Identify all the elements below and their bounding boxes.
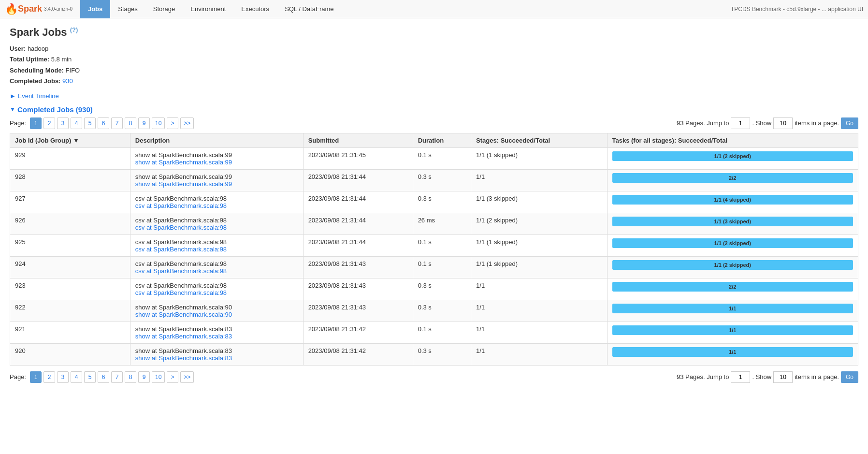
nav-tab-sql[interactable]: SQL / DataFrame bbox=[277, 0, 341, 18]
cell-submitted: 2023/09/08 21:31:43 bbox=[303, 278, 413, 300]
table-row: 928show at SparkBenchmark.scala:99show a… bbox=[10, 169, 858, 191]
cell-stages: 1/1 (1 skipped) bbox=[471, 147, 607, 169]
cell-job-id: 921 bbox=[10, 322, 130, 343]
bottom-pagination-right: 93 Pages. Jump to . Show items in a page… bbox=[677, 371, 858, 383]
bottom-page-9[interactable]: 9 bbox=[138, 371, 150, 383]
cell-submitted: 2023/09/08 21:31:44 bbox=[303, 191, 413, 213]
cell-duration: 0.1 s bbox=[413, 256, 471, 278]
scheduling-value: FIFO bbox=[66, 67, 80, 74]
progress-label: 1/1 (3 skipped) bbox=[612, 217, 853, 226]
bottom-page-next[interactable]: > bbox=[167, 371, 178, 383]
cell-job-id: 928 bbox=[10, 169, 130, 191]
bottom-show-input[interactable] bbox=[773, 371, 793, 383]
cell-duration: 0.3 s bbox=[413, 300, 471, 322]
desc-main: csv at SparkBenchmark.scala:98 bbox=[135, 260, 298, 267]
desc-link[interactable]: csv at SparkBenchmark.scala:98 bbox=[135, 202, 227, 209]
completed-section-header[interactable]: ▼ Completed Jobs (930) bbox=[10, 105, 858, 114]
cell-job-id: 925 bbox=[10, 234, 130, 256]
completed-label: Completed Jobs: bbox=[10, 77, 60, 85]
top-pagination: Page: 1 2 3 4 5 6 7 8 9 10 > >> 93 Pages… bbox=[10, 117, 858, 129]
desc-link[interactable]: csv at SparkBenchmark.scala:98 bbox=[135, 246, 227, 253]
progress-label: 2/2 bbox=[612, 173, 853, 183]
bottom-page-2[interactable]: 2 bbox=[43, 371, 55, 383]
cell-tasks: 1/1 (3 skipped) bbox=[607, 213, 858, 234]
task-progress-bar: 1/1 bbox=[612, 347, 853, 357]
top-show-input[interactable] bbox=[773, 117, 793, 129]
desc-link[interactable]: show at SparkBenchmark.scala:90 bbox=[135, 311, 232, 318]
scheduling-label: Scheduling Mode: bbox=[10, 67, 64, 74]
event-timeline-label[interactable]: ► Event Timeline bbox=[10, 92, 59, 100]
col-job-id[interactable]: Job Id (Job Group) ▼ bbox=[10, 133, 130, 147]
top-page-6[interactable]: 6 bbox=[98, 117, 109, 129]
table-row: 923csv at SparkBenchmark.scala:98csv at … bbox=[10, 278, 858, 300]
top-page-8[interactable]: 8 bbox=[125, 117, 136, 129]
top-page-10[interactable]: 10 bbox=[152, 117, 165, 129]
completed-link[interactable]: 930 bbox=[62, 77, 73, 85]
event-timeline-toggle[interactable]: ► Event Timeline bbox=[10, 92, 858, 100]
desc-link[interactable]: csv at SparkBenchmark.scala:98 bbox=[135, 267, 227, 275]
cell-duration: 0.1 s bbox=[413, 322, 471, 343]
desc-link[interactable]: show at SparkBenchmark.scala:83 bbox=[135, 333, 232, 340]
cell-description: show at SparkBenchmark.scala:90show at S… bbox=[130, 300, 303, 322]
cell-submitted: 2023/09/08 21:31:42 bbox=[303, 322, 413, 343]
table-row: 925csv at SparkBenchmark.scala:98csv at … bbox=[10, 234, 858, 256]
desc-link[interactable]: csv at SparkBenchmark.scala:98 bbox=[135, 224, 227, 231]
bottom-items-label: items in a page. bbox=[795, 373, 839, 381]
cell-job-id: 920 bbox=[10, 343, 130, 365]
table-row: 926csv at SparkBenchmark.scala:98csv at … bbox=[10, 213, 858, 234]
scheduling-row: Scheduling Mode: FIFO bbox=[10, 65, 858, 76]
cell-stages: 1/1 bbox=[471, 300, 607, 322]
table-row: 929show at SparkBenchmark.scala:99show a… bbox=[10, 147, 858, 169]
top-page-4[interactable]: 4 bbox=[71, 117, 82, 129]
table-row: 922show at SparkBenchmark.scala:90show a… bbox=[10, 300, 858, 322]
nav-tab-stages[interactable]: Stages bbox=[110, 0, 145, 18]
bottom-page-3[interactable]: 3 bbox=[57, 371, 69, 383]
desc-link[interactable]: show at SparkBenchmark.scala:83 bbox=[135, 354, 232, 362]
bottom-jump-input[interactable] bbox=[731, 371, 750, 383]
nav-tab-environment[interactable]: Environment bbox=[183, 0, 233, 18]
bottom-page-7[interactable]: 7 bbox=[111, 371, 123, 383]
progress-label: 1/1 (2 skipped) bbox=[612, 238, 853, 248]
bottom-page-5[interactable]: 5 bbox=[84, 371, 96, 383]
top-page-next[interactable]: > bbox=[167, 117, 178, 129]
top-page-9[interactable]: 9 bbox=[138, 117, 150, 129]
desc-link[interactable]: show at SparkBenchmark.scala:99 bbox=[135, 180, 232, 188]
top-page-5[interactable]: 5 bbox=[84, 117, 96, 129]
top-page-2[interactable]: 2 bbox=[43, 117, 55, 129]
spark-flame-icon: 🔥 bbox=[5, 3, 18, 15]
col-submitted: Submitted bbox=[303, 133, 413, 147]
nav-tab-storage[interactable]: Storage bbox=[145, 0, 183, 18]
nav-tabs: Jobs Stages Storage Environment Executor… bbox=[80, 0, 342, 18]
nav-tab-jobs[interactable]: Jobs bbox=[80, 0, 110, 18]
bottom-page-last[interactable]: >> bbox=[180, 371, 194, 383]
top-page-1[interactable]: 1 bbox=[30, 117, 42, 129]
bottom-page-4[interactable]: 4 bbox=[71, 371, 82, 383]
help-tooltip[interactable]: (?) bbox=[70, 26, 78, 33]
jobs-table: Job Id (Job Group) ▼ Description Submitt… bbox=[10, 133, 858, 366]
spark-logo-text: Spark bbox=[18, 4, 42, 14]
top-page-last[interactable]: >> bbox=[180, 117, 194, 129]
top-page-3[interactable]: 3 bbox=[57, 117, 69, 129]
cell-description: csv at SparkBenchmark.scala:98csv at Spa… bbox=[130, 256, 303, 278]
desc-link[interactable]: csv at SparkBenchmark.scala:98 bbox=[135, 289, 227, 296]
cell-job-id: 929 bbox=[10, 147, 130, 169]
top-jump-input[interactable] bbox=[731, 117, 750, 129]
top-go-button[interactable]: Go bbox=[841, 117, 858, 129]
cell-submitted: 2023/09/08 21:31:43 bbox=[303, 256, 413, 278]
cell-tasks: 1/1 bbox=[607, 343, 858, 365]
bottom-go-button[interactable]: Go bbox=[841, 371, 858, 383]
bottom-page-1[interactable]: 1 bbox=[30, 371, 42, 383]
col-duration: Duration bbox=[413, 133, 471, 147]
bottom-page-8[interactable]: 8 bbox=[125, 371, 136, 383]
bottom-page-6[interactable]: 6 bbox=[98, 371, 109, 383]
desc-link[interactable]: show at SparkBenchmark.scala:99 bbox=[135, 159, 232, 166]
bottom-pagination: Page: 1 2 3 4 5 6 7 8 9 10 > >> 93 Pages… bbox=[10, 371, 858, 383]
bottom-page-10[interactable]: 10 bbox=[152, 371, 165, 383]
cell-stages: 1/1 bbox=[471, 322, 607, 343]
cell-submitted: 2023/09/08 21:31:44 bbox=[303, 169, 413, 191]
nav-tab-executors[interactable]: Executors bbox=[233, 0, 277, 18]
task-progress-bar: 1/1 bbox=[612, 325, 853, 335]
top-page-7[interactable]: 7 bbox=[111, 117, 123, 129]
cell-tasks: 1/1 (2 skipped) bbox=[607, 234, 858, 256]
cell-tasks: 1/1 (2 skipped) bbox=[607, 147, 858, 169]
